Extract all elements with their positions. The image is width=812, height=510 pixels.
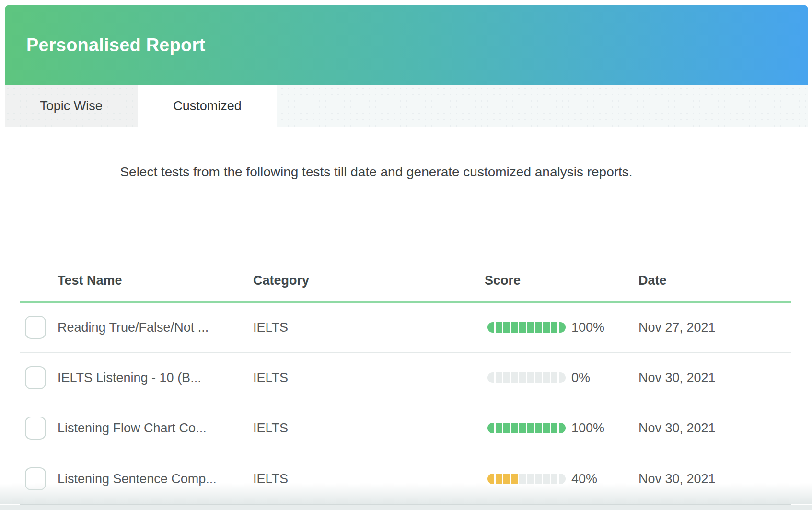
score-bar-segment xyxy=(496,372,502,383)
score-bar-segment xyxy=(519,372,526,383)
row-checkbox[interactable] xyxy=(25,467,46,490)
score-bar-segment xyxy=(519,423,526,433)
score-bar-segment xyxy=(543,423,550,433)
personalised-report-page: Personalised Report Topic Wise Customize… xyxy=(0,0,812,510)
test-date: Nov 30, 2021 xyxy=(638,421,716,436)
score-bar-segment xyxy=(511,372,518,383)
score-bar-segment xyxy=(496,423,502,433)
score-bar xyxy=(487,322,566,333)
row-checkbox[interactable] xyxy=(25,316,46,339)
score-percent: 0% xyxy=(571,371,590,385)
score-bar-segment xyxy=(519,322,526,333)
score-bar-segment xyxy=(551,322,558,333)
test-date: Nov 30, 2021 xyxy=(638,471,716,486)
score-bar-segment xyxy=(487,322,494,333)
table-row: Listening Sentence Comp...IELTS40%Nov 30… xyxy=(20,453,791,504)
score-bar-segment xyxy=(487,372,494,383)
score-bar-segment xyxy=(503,372,510,383)
score-bar-segment xyxy=(543,474,550,484)
score-bar-segment xyxy=(511,474,518,484)
score-bar-segment xyxy=(511,423,518,433)
score-bar-segment xyxy=(527,372,534,383)
table-row: Reading True/False/Not ...IELTS100%Nov 2… xyxy=(20,302,791,353)
table-row: Listening Flow Chart Co...IELTS100%Nov 3… xyxy=(20,403,791,453)
score-bar-segment xyxy=(559,423,566,433)
score-bar-segment xyxy=(503,423,510,433)
score-percent: 100% xyxy=(571,320,604,335)
score-percent: 100% xyxy=(571,421,604,436)
score-bar-segment xyxy=(503,474,510,484)
table-rows: Reading True/False/Not ...IELTS100%Nov 2… xyxy=(0,0,812,510)
test-date: Nov 30, 2021 xyxy=(638,371,716,385)
test-category: IELTS xyxy=(253,471,288,486)
score-bar xyxy=(487,423,566,433)
test-name: IELTS Listening - 10 (B... xyxy=(58,371,201,385)
score-bar-segment xyxy=(519,474,526,484)
score-bar-segment xyxy=(527,322,534,333)
score-bar-segment xyxy=(559,322,566,333)
score-bar-segment xyxy=(551,423,558,433)
score-bar-segment xyxy=(496,322,502,333)
score-bar-segment xyxy=(559,474,566,484)
score-bar-segment xyxy=(535,474,542,484)
score-bar-segment xyxy=(527,474,534,484)
score-bar-segment xyxy=(487,423,494,433)
score-percent: 40% xyxy=(571,471,597,486)
test-date: Nov 27, 2021 xyxy=(638,320,716,335)
score-bar-segment xyxy=(535,372,542,383)
score-bar xyxy=(487,372,566,383)
test-category: IELTS xyxy=(253,320,288,335)
score-bar-segment xyxy=(543,322,550,333)
score-bar-segment xyxy=(535,423,542,433)
score-bar-segment xyxy=(496,474,502,484)
score-bar-segment xyxy=(535,322,542,333)
table-row: IELTS Listening - 10 (B...IELTS0%Nov 30,… xyxy=(20,353,791,403)
score-bar-segment xyxy=(503,322,510,333)
test-name: Listening Flow Chart Co... xyxy=(58,421,207,436)
score-bar-segment xyxy=(527,423,534,433)
score-bar-segment xyxy=(551,372,558,383)
test-category: IELTS xyxy=(253,371,288,385)
test-name: Reading True/False/Not ... xyxy=(58,320,209,335)
score-bar xyxy=(487,474,566,484)
row-checkbox[interactable] xyxy=(25,366,46,389)
score-bar-segment xyxy=(487,474,494,484)
score-bar-segment xyxy=(543,372,550,383)
score-bar-segment xyxy=(551,474,558,484)
test-category: IELTS xyxy=(253,421,288,436)
score-bar-segment xyxy=(511,322,518,333)
bottom-band xyxy=(0,505,812,510)
score-bar-segment xyxy=(559,372,566,383)
row-checkbox[interactable] xyxy=(25,417,46,440)
test-name: Listening Sentence Comp... xyxy=(58,471,217,486)
